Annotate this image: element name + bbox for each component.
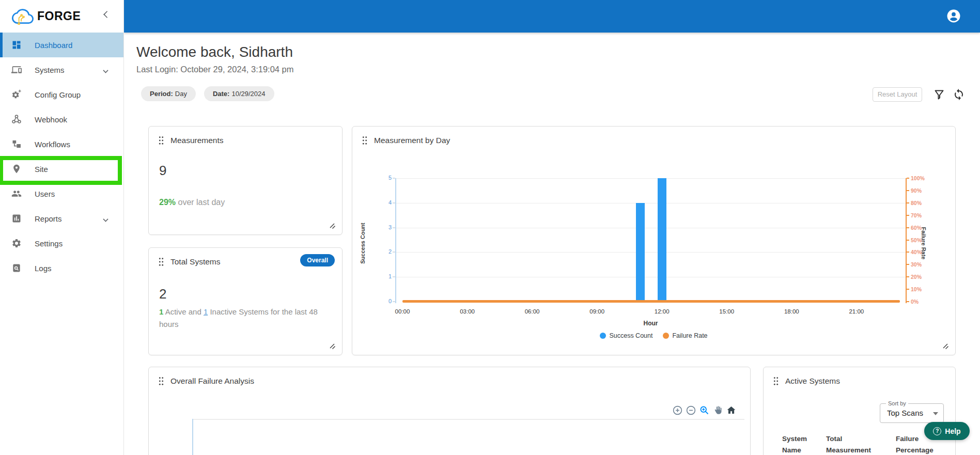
resize-handle-icon[interactable] — [329, 222, 337, 230]
brand-name: FORGE — [37, 9, 81, 23]
overall-failure-analysis-card: Overall Failure Analysis — [148, 367, 751, 455]
chart-y-axis-line — [192, 419, 193, 455]
sidebar-item-settings[interactable]: Settings — [0, 231, 123, 256]
sidebar-item-webhook[interactable]: Webhook — [0, 107, 123, 132]
measurements-value: 9 — [159, 163, 166, 179]
drag-handle-icon[interactable] — [158, 257, 164, 266]
resize-handle-icon[interactable] — [942, 342, 950, 351]
main-content: Welcome back, Sidharth Last Login: Octob… — [124, 33, 980, 455]
inactive-count-link[interactable]: 1 — [204, 307, 208, 316]
failure-rate-line[interactable] — [402, 300, 900, 303]
help-label: Help — [945, 427, 960, 435]
axis-tick — [907, 301, 909, 302]
measurements-card: Measurements 9 29% over last day — [148, 126, 343, 235]
chart-gridline — [192, 419, 744, 420]
sidebar-item-dashboard[interactable]: Dashboard — [0, 33, 123, 57]
chevron-down-icon — [103, 216, 108, 222]
sidebar-item-label: Users — [35, 190, 55, 198]
selection-zoom-icon[interactable] — [699, 405, 710, 416]
webhook-icon — [11, 114, 22, 124]
chevron-down-icon — [103, 68, 108, 73]
help-button[interactable]: ? Help — [924, 422, 970, 440]
cloud-circuit-logo-icon — [11, 6, 34, 27]
total-systems-value: 2 — [159, 286, 166, 302]
axis-tick — [907, 227, 909, 228]
sort-by-select[interactable]: Sort by Top Scans — [880, 403, 944, 423]
success-count-bar[interactable] — [658, 178, 666, 302]
axis-tick — [907, 240, 909, 241]
active-systems-card: Active Systems Sort by Top Scans System … — [763, 367, 956, 455]
delta-percent: 29% — [159, 198, 176, 207]
question-circle-icon: ? — [933, 427, 941, 435]
right-axis-tick-label: 60% — [911, 225, 922, 231]
sidebar-item-label: Systems — [35, 66, 65, 74]
right-axis-tick-label: 30% — [911, 261, 922, 268]
home-icon[interactable] — [726, 405, 737, 416]
sidebar-item-workflows[interactable]: Workflows — [0, 132, 123, 156]
drag-handle-icon[interactable] — [158, 376, 164, 386]
sidebar-item-site[interactable]: Site — [0, 156, 123, 181]
left-axis-tick-label: 1 — [378, 273, 392, 279]
x-axis-tick-label: 21:00 — [841, 308, 872, 315]
zoom-in-icon[interactable] — [672, 405, 683, 416]
legend-dot-icon — [600, 333, 606, 339]
chart-legend: Success CountFailure Rate — [352, 332, 955, 339]
sidebar-item-logs[interactable]: Logs — [0, 256, 123, 280]
sidebar-nav: Dashboard Systems Config Group — [0, 33, 123, 280]
log-search-icon — [11, 263, 22, 273]
dashboard-icon — [11, 40, 22, 50]
axis-tick — [907, 276, 909, 277]
date-chip-value: 10/29/2024 — [231, 90, 265, 98]
sidebar-collapse-icon[interactable] — [103, 11, 111, 18]
date-chip[interactable]: Date: 10/29/2024 — [204, 86, 274, 101]
pan-hand-icon[interactable] — [712, 405, 723, 416]
sort-by-value: Top Scans — [887, 409, 923, 417]
chart-gridline — [396, 203, 906, 203]
delta-suffix: over last day — [176, 198, 225, 207]
gear-icon — [11, 238, 22, 248]
reset-layout-button[interactable]: Reset Layout — [873, 87, 922, 102]
chart-toolbar — [672, 405, 737, 416]
right-axis-tick-label: 100% — [911, 175, 925, 181]
account-circle-icon[interactable] — [946, 8, 961, 24]
filter-funnel-icon[interactable] — [933, 88, 945, 101]
sidebar-item-reports[interactable]: Reports — [0, 206, 123, 231]
sidebar-item-label: Config Group — [35, 90, 81, 99]
zoom-out-icon[interactable] — [686, 405, 696, 416]
devices-icon — [11, 65, 22, 75]
sidebar-item-systems[interactable]: Systems — [0, 57, 123, 82]
period-chip[interactable]: Period: Day — [141, 86, 196, 101]
left-axis-tick-label: 4 — [378, 199, 392, 206]
resize-handle-icon[interactable] — [329, 342, 337, 351]
column-header: Total Measurement — [826, 433, 883, 455]
sidebar-item-config-group[interactable]: Config Group — [0, 82, 123, 107]
legend-item[interactable]: Success Count — [600, 332, 652, 339]
axis-tick — [907, 202, 909, 203]
right-axis-tick-label: 70% — [911, 212, 922, 218]
gear-plus-icon — [11, 89, 22, 100]
legend-dot-icon — [663, 333, 669, 339]
drag-handle-icon[interactable] — [773, 376, 779, 386]
sidebar-item-label: Site — [35, 165, 48, 174]
refresh-sync-icon[interactable] — [953, 88, 965, 101]
x-axis-tick-label: 12:00 — [646, 308, 677, 315]
x-axis-tick-label: 00:00 — [387, 308, 418, 315]
axis-tick — [907, 264, 909, 265]
axis-tick — [907, 289, 909, 290]
drag-handle-icon[interactable] — [158, 136, 164, 145]
right-axis-tick-label: 90% — [911, 187, 922, 194]
left-axis-tick-label: 3 — [378, 224, 392, 230]
column-header: System Name — [782, 433, 818, 455]
total-systems-description: 1 Active and 1 Inactive Systems for the … — [159, 306, 333, 331]
card-title: Total Systems — [170, 257, 220, 266]
card-title: Measurements — [170, 136, 224, 145]
card-title: Overall Failure Analysis — [170, 376, 254, 386]
x-axis-tick-label: 18:00 — [776, 308, 807, 315]
total-systems-card: Total Systems Overall 2 1 Active and 1 I… — [148, 247, 343, 355]
desc-text: Active and — [163, 307, 204, 316]
last-login-text: Last Login: October 29, 2024, 3:19:04 pm — [136, 65, 294, 74]
success-count-bar[interactable] — [636, 203, 645, 302]
legend-item[interactable]: Failure Rate — [663, 332, 707, 339]
chart-gridline — [396, 178, 906, 179]
sidebar-item-users[interactable]: Users — [0, 181, 123, 206]
